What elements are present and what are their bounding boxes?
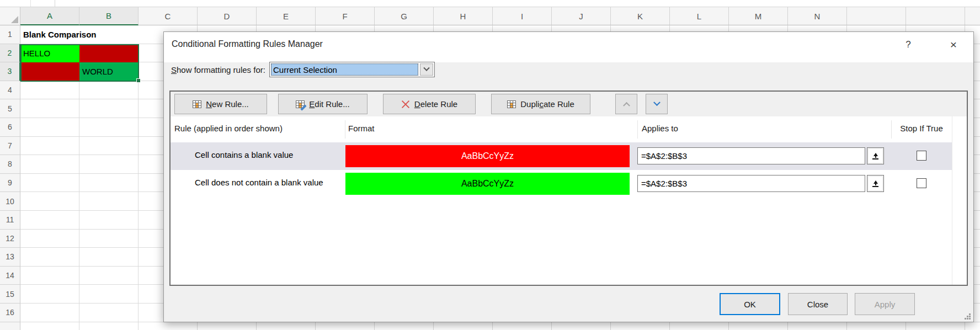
help-button[interactable]: ? <box>901 36 916 53</box>
dialog-titlebar[interactable]: Conditional Formatting Rules Manager ? × <box>164 32 973 62</box>
column-header-j[interactable]: J <box>552 7 611 25</box>
show-rules-label-mnemonic: S <box>171 65 177 74</box>
move-rule-up-button[interactable] <box>615 94 637 114</box>
cell-b3[interactable]: WORLD <box>79 62 139 81</box>
collapse-dialog-button[interactable] <box>867 147 884 164</box>
table-grid-icon <box>507 100 516 108</box>
row-header-7[interactable]: 7 <box>0 137 20 156</box>
header-rule: Rule (applied in order shown) <box>174 124 283 133</box>
new-rule-label: New Rule... <box>206 99 249 109</box>
header-stop-if-true: Stop If True <box>891 124 952 133</box>
chevron-down-icon <box>653 99 661 106</box>
rule-row-blank[interactable]: Cell contains a blank value AaBbCcYyZz <box>171 142 952 170</box>
column-headers: A B C D E F G H I J K L M N <box>20 7 980 25</box>
applies-to-input[interactable] <box>637 175 865 192</box>
row-header-15[interactable]: 15 <box>0 285 20 304</box>
column-header-f[interactable]: F <box>316 7 375 25</box>
row-header-3[interactable]: 3 <box>0 62 20 81</box>
row-header-4[interactable]: 4 <box>0 81 20 100</box>
stop-if-true-checkbox[interactable] <box>917 151 926 161</box>
table-pencil-icon <box>296 100 305 108</box>
cell-b2[interactable] <box>79 44 139 63</box>
move-rule-down-button[interactable] <box>646 94 668 114</box>
dropdown-arrow-button[interactable] <box>420 63 433 76</box>
row-header-13[interactable]: 13 <box>0 248 20 267</box>
formula-bar-edge <box>0 0 980 7</box>
excel-window: A B C D E F G H I J K L M N 1 2 3 4 5 6 … <box>0 0 980 330</box>
rule-row-not-blank[interactable]: Cell does not contain a blank value AaBb… <box>171 170 952 198</box>
select-all-corner[interactable] <box>0 7 20 25</box>
row-header-16[interactable]: 16 <box>0 304 20 322</box>
column-header-l[interactable]: L <box>670 7 729 25</box>
dialog-title: Conditional Formatting Rules Manager <box>172 39 323 49</box>
column-header-n[interactable]: N <box>788 7 847 25</box>
edit-rule-label: Edit Rule... <box>309 99 349 109</box>
row-header-8[interactable]: 8 <box>0 155 20 174</box>
column-header-c[interactable]: C <box>139 7 198 25</box>
column-header-filler <box>847 7 980 25</box>
column-header-d[interactable]: D <box>198 7 257 25</box>
apply-button[interactable]: Apply <box>855 293 915 315</box>
rules-list-box: New Rule... Edit Rule... Delete Rule Dup… <box>169 91 968 286</box>
format-preview: AaBbCcYyZz <box>345 173 630 195</box>
show-rules-dropdown[interactable]: Current Selection <box>269 62 435 77</box>
fill-handle[interactable] <box>136 78 141 83</box>
rule-name: Cell does not contain a blank value <box>195 178 323 187</box>
column-header-i[interactable]: I <box>493 7 552 25</box>
new-rule-button[interactable]: New Rule... <box>174 94 267 114</box>
cell-a2[interactable]: HELLO <box>20 44 79 63</box>
delete-rule-label: Delete Rule <box>414 99 457 109</box>
close-icon[interactable]: × <box>946 36 961 53</box>
conditional-formatting-rules-manager-dialog: Conditional Formatting Rules Manager ? ×… <box>163 31 974 322</box>
row-header-6[interactable]: 6 <box>0 118 20 137</box>
row-header-2[interactable]: 2 <box>0 44 20 63</box>
show-rules-dropdown-value[interactable]: Current Selection <box>271 63 418 76</box>
row-header-5[interactable]: 5 <box>0 99 20 118</box>
row-header-10[interactable]: 10 <box>0 192 20 211</box>
duplicate-rule-button[interactable]: Duplicate Rule <box>491 94 590 114</box>
duplicate-rule-label: Duplicate Rule <box>520 99 574 109</box>
chevron-up-icon <box>623 102 630 109</box>
header-format: Format <box>348 124 375 133</box>
header-applies-to: Applies to <box>642 124 678 133</box>
column-header-k[interactable]: K <box>611 7 670 25</box>
column-header-e[interactable]: E <box>257 7 316 25</box>
applies-to-input[interactable] <box>637 147 865 164</box>
show-rules-label-rest: how formatting rules for: <box>177 65 265 74</box>
format-preview: AaBbCcYyZz <box>345 145 630 167</box>
column-header-b[interactable]: B <box>79 7 139 25</box>
rules-list-header: Rule (applied in order shown) Format App… <box>171 116 967 142</box>
row-header-11[interactable]: 11 <box>0 211 20 230</box>
row-header-14[interactable]: 14 <box>0 267 20 285</box>
collapse-dialog-button[interactable] <box>867 175 884 192</box>
ok-button[interactable]: OK <box>720 293 780 315</box>
row-header-filler <box>0 322 20 330</box>
chevron-down-icon <box>423 65 429 71</box>
row-header-12[interactable]: 12 <box>0 230 20 248</box>
column-header-a[interactable]: A <box>20 7 79 25</box>
rules-list-area: Rule (applied in order shown) Format App… <box>171 116 967 285</box>
table-grid-icon <box>193 100 201 108</box>
edit-rule-button[interactable]: Edit Rule... <box>278 94 368 114</box>
column-header-h[interactable]: H <box>434 7 493 25</box>
rules-toolbar: New Rule... Edit Rule... Delete Rule Dup… <box>171 92 967 116</box>
column-header-g[interactable]: G <box>375 7 434 25</box>
delete-rule-button[interactable]: Delete Rule <box>383 94 476 114</box>
row-header-1[interactable]: 1 <box>0 25 20 44</box>
close-button[interactable]: Close <box>788 293 848 315</box>
row-header-9[interactable]: 9 <box>0 174 20 193</box>
show-rules-label: Show formatting rules for: <box>171 65 265 74</box>
column-header-m[interactable]: M <box>729 7 788 25</box>
cell-a3[interactable] <box>20 62 79 81</box>
resize-grip[interactable] <box>963 312 971 320</box>
cell-a1[interactable]: Blank Comparison <box>20 25 158 44</box>
stop-if-true-checkbox[interactable] <box>917 178 926 188</box>
row-headers: 1 2 3 4 5 6 7 8 9 10 11 12 13 14 15 16 <box>0 25 20 330</box>
select-all-triangle-icon <box>11 16 18 23</box>
red-x-icon <box>401 100 410 109</box>
rule-name: Cell contains a blank value <box>195 150 293 159</box>
